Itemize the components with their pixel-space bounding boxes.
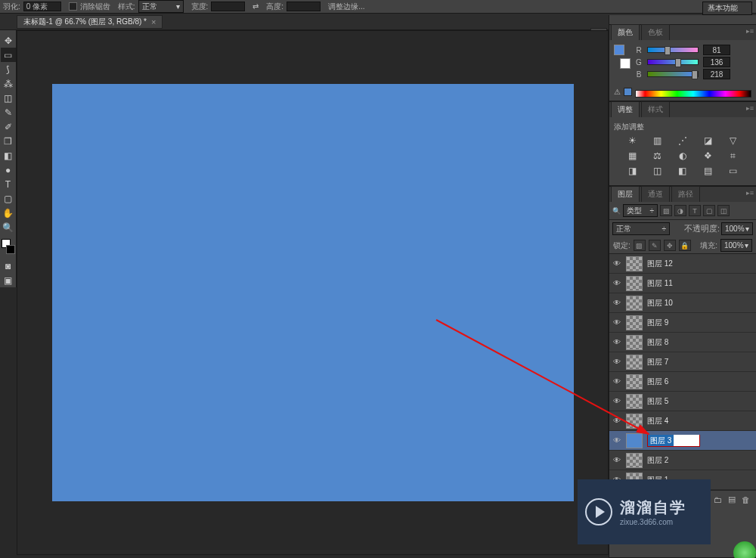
layer-name[interactable]: 图层 11: [647, 278, 753, 289]
g-slider[interactable]: [647, 59, 699, 65]
layer-row[interactable]: 👁图层 4: [609, 411, 756, 431]
layer-list[interactable]: 👁图层 12👁图层 11👁图层 10👁图层 9👁图层 8👁图层 7👁图层 6👁图…: [609, 253, 756, 490]
move-tool[interactable]: ✥: [1, 33, 16, 48]
background-swatch[interactable]: [6, 245, 15, 254]
visibility-icon[interactable]: 👁: [612, 436, 621, 445]
blend-mode-select[interactable]: 正常÷: [612, 222, 670, 235]
layer-thumbnail[interactable]: [626, 414, 643, 429]
tab-color[interactable]: 颜色: [611, 24, 640, 40]
filter-type-icon[interactable]: T: [689, 205, 701, 216]
curves-icon[interactable]: ⋰: [676, 135, 689, 147]
swap-icon[interactable]: ⇄: [253, 2, 259, 11]
brightness-icon[interactable]: ☀: [625, 135, 639, 147]
layer-thumbnail[interactable]: [626, 374, 643, 389]
lookup-icon[interactable]: ⌗: [727, 150, 740, 163]
filter-kind-select[interactable]: 类型÷: [623, 204, 658, 217]
visibility-icon[interactable]: 👁: [612, 417, 621, 426]
photo-filter-icon[interactable]: ◐: [676, 150, 689, 163]
layer-name[interactable]: 图层 9: [647, 318, 753, 328]
trash-icon[interactable]: 🗑: [742, 495, 750, 504]
feather-input[interactable]: [23, 2, 61, 11]
layer-row[interactable]: 👁图层 2: [609, 451, 756, 470]
tab-paths[interactable]: 路径: [671, 186, 700, 202]
new-layer-icon[interactable]: ▤: [728, 494, 736, 504]
document-tab[interactable]: 未标题-1 @ 66.7% (图层 3, RGB/8) * ×: [17, 15, 163, 29]
marquee-tool[interactable]: ▭: [1, 48, 16, 62]
eyedropper-tool[interactable]: ✎: [1, 105, 16, 119]
brush-tool[interactable]: ✐: [1, 119, 16, 134]
refine-edge-button[interactable]: 调整边缘...: [328, 2, 364, 12]
exposure-icon[interactable]: ◪: [701, 135, 714, 147]
layer-name[interactable]: 图层 5: [647, 396, 753, 407]
layer-row[interactable]: 👁图层 3: [609, 431, 756, 451]
canvas[interactable]: [52, 84, 574, 501]
lock-move-icon[interactable]: ✥: [664, 240, 676, 251]
layer-name-edit[interactable]: 图层 3: [647, 435, 700, 447]
layer-row[interactable]: 👁图层 6: [609, 372, 756, 392]
lock-all-icon[interactable]: 🔒: [679, 240, 691, 251]
fg-bg-color[interactable]: [614, 43, 631, 69]
crop-tool[interactable]: ◫: [1, 91, 16, 105]
width-input[interactable]: [211, 2, 245, 11]
selective-icon[interactable]: ▤: [701, 166, 714, 178]
lock-trans-icon[interactable]: ▨: [634, 240, 646, 251]
new-group-icon[interactable]: 🗀: [714, 495, 722, 504]
fg-bg-swatch[interactable]: [2, 239, 15, 254]
dodge-tool[interactable]: ●: [1, 163, 16, 177]
r-value[interactable]: 81: [703, 45, 730, 55]
threshold-icon[interactable]: ◧: [676, 166, 689, 178]
levels-icon[interactable]: ▥: [651, 135, 665, 147]
layer-row[interactable]: 👁图层 12: [609, 254, 756, 274]
foreground-color[interactable]: [614, 45, 624, 55]
visibility-icon[interactable]: 👁: [612, 397, 621, 406]
visibility-icon[interactable]: 👁: [612, 456, 621, 465]
layer-thumbnail[interactable]: [626, 256, 643, 271]
layer-thumbnail[interactable]: [626, 335, 643, 350]
invert-icon[interactable]: ◨: [625, 166, 639, 178]
type-tool[interactable]: T: [1, 177, 16, 191]
layer-name[interactable]: 图层 2: [647, 455, 753, 466]
layer-thumbnail[interactable]: [626, 315, 643, 330]
fill-input[interactable]: 100%▾: [720, 239, 752, 252]
layer-row[interactable]: 👁图层 11: [609, 274, 756, 293]
mixer-icon[interactable]: ❖: [701, 150, 714, 163]
layer-name[interactable]: 图层 4: [647, 416, 753, 426]
clone-tool[interactable]: ❐: [1, 134, 16, 148]
layer-name[interactable]: 图层 6: [647, 377, 753, 387]
antialias-checkbox[interactable]: [69, 2, 77, 11]
tab-styles[interactable]: 样式: [641, 101, 670, 117]
layer-thumbnail[interactable]: [626, 453, 643, 468]
filter-smart-icon[interactable]: ◫: [717, 205, 730, 216]
tab-channels[interactable]: 通道: [641, 186, 670, 202]
layer-row[interactable]: 👁图层 10: [609, 293, 756, 313]
layer-row[interactable]: 👁图层 9: [609, 313, 756, 333]
layer-name[interactable]: 图层 10: [647, 298, 753, 308]
layer-thumbnail[interactable]: [626, 296, 643, 311]
height-input[interactable]: [287, 2, 321, 11]
style-select[interactable]: 正常▾: [138, 0, 184, 13]
gradient-tool[interactable]: ◧: [1, 148, 16, 163]
lasso-tool[interactable]: ⟆: [1, 62, 16, 76]
visibility-icon[interactable]: 👁: [612, 358, 621, 367]
background-color[interactable]: [620, 58, 631, 69]
visibility-icon[interactable]: 👁: [612, 377, 621, 386]
closest-color-swatch[interactable]: [624, 88, 632, 96]
lock-paint-icon[interactable]: ✎: [649, 240, 661, 251]
g-value[interactable]: 136: [703, 57, 730, 67]
r-slider[interactable]: [647, 47, 699, 53]
close-icon[interactable]: ×: [151, 17, 156, 26]
workspace-switcher[interactable]: 基本功能: [702, 2, 752, 15]
posterize-icon[interactable]: ◫: [651, 166, 665, 178]
gradmap-icon[interactable]: ▭: [727, 166, 740, 178]
hand-tool[interactable]: ✋: [1, 206, 16, 220]
tab-layers[interactable]: 图层: [611, 186, 640, 202]
layer-row[interactable]: 👁图层 7: [609, 352, 756, 372]
filter-pixel-icon[interactable]: ▨: [660, 205, 672, 216]
visibility-icon[interactable]: 👁: [612, 279, 621, 288]
bw-icon[interactable]: ▦: [625, 150, 639, 163]
tab-swatches[interactable]: 色板: [641, 24, 670, 40]
panel-menu-icon[interactable]: ▸≡: [746, 189, 754, 197]
b-value[interactable]: 218: [703, 69, 730, 79]
zoom-tool[interactable]: 🔍: [1, 220, 16, 234]
screenmode-toggle[interactable]: ▣: [1, 273, 16, 287]
